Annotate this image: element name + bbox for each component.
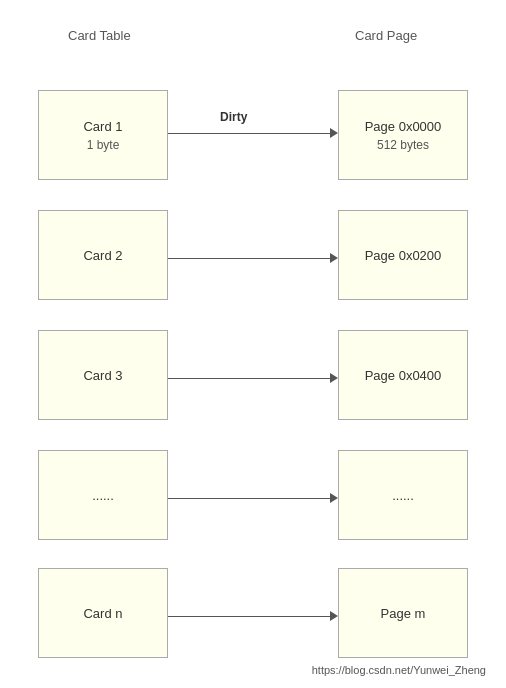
card1-title: Card 1: [83, 119, 122, 134]
page-box-1: Page 0x0000 512 bytes: [338, 90, 468, 180]
arrow4-head: [330, 493, 338, 503]
diagram: Card Table Card Page Card 1 1 byte Dirty…: [0, 0, 506, 688]
page1-subtitle: 512 bytes: [377, 138, 429, 152]
page4-title: ......: [392, 488, 414, 503]
card-box-1: Card 1 1 byte: [38, 90, 168, 180]
arrow1-head: [330, 128, 338, 138]
card5-title: Card n: [83, 606, 122, 621]
card-box-3: Card 3: [38, 330, 168, 420]
arrow-1: [168, 128, 338, 138]
page-box-2: Page 0x0200: [338, 210, 468, 300]
arrow-5: [168, 611, 338, 621]
card4-title: ......: [92, 488, 114, 503]
arrow-4: [168, 493, 338, 503]
card1-subtitle: 1 byte: [87, 138, 120, 152]
arrow1-line: [168, 133, 330, 134]
card2-title: Card 2: [83, 248, 122, 263]
page1-title: Page 0x0000: [365, 119, 442, 134]
card3-title: Card 3: [83, 368, 122, 383]
arrow4-line: [168, 498, 330, 499]
arrow2-line: [168, 258, 330, 259]
arrow-3: [168, 373, 338, 383]
card-page-header: Card Page: [355, 28, 417, 43]
card-table-header: Card Table: [68, 28, 131, 43]
arrow3-head: [330, 373, 338, 383]
footer-url: https://blog.csdn.net/Yunwei_Zheng: [312, 664, 486, 676]
arrow-2: [168, 253, 338, 263]
card-box-4: ......: [38, 450, 168, 540]
arrow5-line: [168, 616, 330, 617]
page-box-3: Page 0x0400: [338, 330, 468, 420]
card-box-5: Card n: [38, 568, 168, 658]
arrow2-head: [330, 253, 338, 263]
page5-title: Page m: [381, 606, 426, 621]
page2-title: Page 0x0200: [365, 248, 442, 263]
card-box-2: Card 2: [38, 210, 168, 300]
arrow5-head: [330, 611, 338, 621]
arrow1-label: Dirty: [220, 110, 247, 124]
page-box-5: Page m: [338, 568, 468, 658]
page-box-4: ......: [338, 450, 468, 540]
arrow3-line: [168, 378, 330, 379]
page3-title: Page 0x0400: [365, 368, 442, 383]
